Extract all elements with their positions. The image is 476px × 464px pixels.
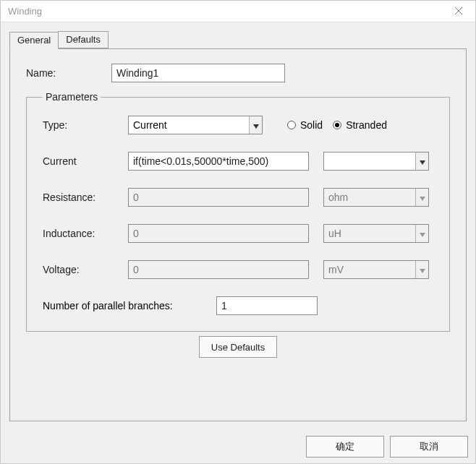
client-area: General Defaults Name: Parameters Type: …: [1, 22, 475, 430]
voltage-unit-combo: mV: [323, 260, 429, 279]
tab-general[interactable]: General: [9, 32, 59, 49]
radio-solid[interactable]: Solid: [287, 119, 323, 131]
inductance-unit-button: [415, 225, 428, 242]
voltage-input: [128, 260, 309, 279]
type-row: Type: Current Solid: [43, 116, 433, 134]
resistance-label: Resistance:: [43, 192, 128, 203]
resistance-input: [128, 188, 309, 207]
cancel-label: 取消: [420, 440, 438, 453]
voltage-label: Voltage:: [43, 264, 128, 275]
tab-defaults[interactable]: Defaults: [58, 31, 109, 48]
branches-input[interactable]: [216, 296, 318, 315]
window-title: Winding: [8, 6, 442, 17]
svg-marker-3: [420, 160, 425, 165]
close-icon: [455, 6, 462, 17]
current-unit-combo[interactable]: [323, 152, 429, 171]
tab-defaults-label: Defaults: [66, 34, 101, 45]
svg-marker-6: [420, 269, 425, 273]
chevron-down-icon: [420, 192, 425, 203]
use-defaults-button[interactable]: Use Defaults: [199, 336, 277, 358]
type-combo-text: Current: [129, 119, 249, 131]
ok-label: 确定: [336, 440, 354, 453]
parameters-legend: Parameters: [43, 91, 101, 103]
radio-stranded-label: Stranded: [346, 119, 387, 131]
current-label: Current: [43, 155, 128, 167]
type-radios: Solid Stranded: [287, 119, 387, 131]
dialog-footer: 确定 取消: [1, 430, 475, 463]
inductance-unit-combo: uH: [323, 224, 429, 243]
branches-label: Number of parallel branches:: [43, 300, 216, 312]
name-row: Name:: [26, 64, 450, 82]
svg-marker-4: [420, 197, 425, 201]
type-combo[interactable]: Current: [128, 116, 263, 134]
radio-solid-label: Solid: [300, 119, 323, 131]
type-combo-button[interactable]: [249, 116, 262, 134]
cancel-button[interactable]: 取消: [390, 436, 468, 457]
branches-row: Number of parallel branches:: [43, 296, 433, 315]
resistance-unit-text: ohm: [324, 192, 415, 203]
chevron-down-icon: [420, 228, 425, 239]
current-input[interactable]: [128, 152, 309, 171]
current-unit-button[interactable]: [415, 152, 428, 170]
resistance-unit-combo: ohm: [323, 188, 429, 207]
close-button[interactable]: [442, 1, 475, 22]
name-input[interactable]: [111, 64, 285, 82]
chevron-down-icon: [253, 120, 259, 131]
chevron-down-icon: [420, 265, 425, 275]
radio-solid-indicator: [287, 121, 296, 129]
resistance-row: Resistance: ohm: [43, 188, 433, 207]
type-label: Type:: [43, 119, 128, 131]
name-label: Name:: [26, 67, 111, 79]
voltage-unit-button: [415, 261, 428, 278]
parameters-group: Parameters Type: Current Solid: [26, 91, 450, 332]
voltage-row: Voltage: mV: [43, 260, 433, 279]
use-defaults-row: Use Defaults: [26, 336, 450, 358]
current-row: Current: [43, 152, 433, 171]
titlebar: Winding: [1, 1, 475, 22]
tab-strip: General Defaults: [9, 31, 467, 48]
inductance-unit-text: uH: [324, 228, 415, 239]
radio-stranded[interactable]: Stranded: [333, 119, 387, 131]
tab-page-general: Name: Parameters Type: Current: [9, 48, 467, 421]
use-defaults-label: Use Defaults: [211, 342, 265, 353]
chevron-down-icon: [420, 156, 425, 167]
ok-button[interactable]: 确定: [306, 436, 384, 457]
inductance-label: Inductance:: [43, 228, 128, 239]
winding-dialog: Winding General Defaults Name: Parameter…: [0, 0, 476, 464]
inductance-row: Inductance: uH: [43, 224, 433, 243]
voltage-unit-text: mV: [324, 264, 415, 275]
radio-stranded-indicator: [333, 121, 341, 129]
svg-marker-2: [253, 124, 259, 129]
inductance-input: [128, 224, 309, 243]
resistance-unit-button: [415, 189, 428, 206]
svg-marker-5: [420, 233, 425, 237]
tab-general-label: General: [17, 35, 51, 46]
